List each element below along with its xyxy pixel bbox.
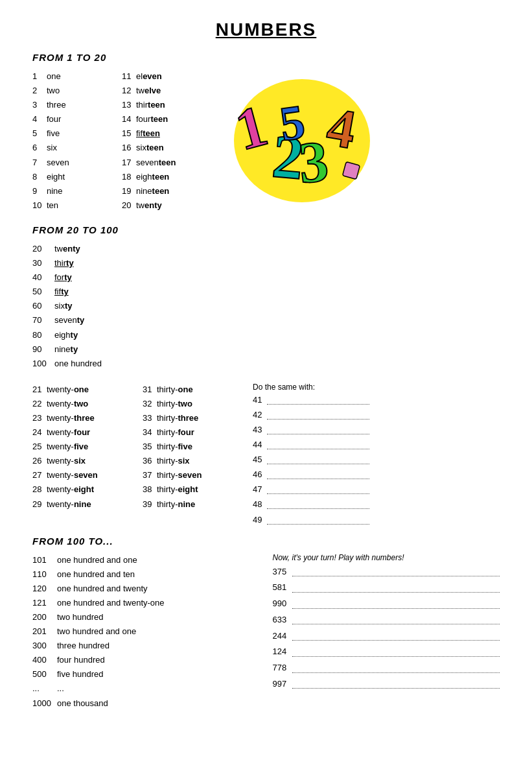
number-row: 4four — [32, 112, 98, 126]
number-row: 120one hundred and twenty — [32, 582, 260, 596]
number-row: 1one — [32, 69, 98, 84]
number-row: 2two — [32, 84, 98, 98]
play-section: Now, it's your turn! Play with numbers! … — [273, 553, 500, 711]
number-row: 27twenty-seven — [32, 468, 123, 482]
number-row: 9nine — [32, 184, 98, 198]
number-row: 35thirty-five — [143, 440, 233, 454]
number-row: 15fifteen — [122, 126, 188, 141]
number-row: 60sixty — [32, 299, 500, 313]
number-row: 36thirty-six — [143, 454, 233, 468]
number-row: 110one hundred and ten — [32, 567, 260, 582]
section1-heading: FROM 1 TO 20 — [32, 52, 500, 63]
section2-heading: FROM 20 TO 100 — [32, 224, 500, 235]
play-answer-row: 633 — [273, 613, 500, 628]
dotted-answer-row: 42 — [253, 408, 369, 422]
now-label: Now, it's your turn! Play with numbers! — [273, 553, 500, 562]
dotted-answer-row: 44 — [253, 438, 369, 452]
number-row: 20twenty — [122, 198, 188, 213]
number-row: 5five — [32, 126, 98, 141]
number-row: 6six — [32, 141, 98, 155]
number-row: 16sixteen — [122, 141, 188, 155]
page-title: NUMBERS — [32, 19, 500, 40]
number-row: 8eight — [32, 170, 98, 184]
play-answer-row: 990 — [273, 597, 500, 611]
play-answer-row: 244 — [273, 629, 500, 644]
number-row: 29twenty-nine — [32, 497, 123, 512]
do-same-label: Do the same with: — [253, 383, 369, 392]
svg-rect-6 — [343, 162, 360, 180]
number-row: 19nineteen — [122, 184, 188, 198]
dotted-answer-row: 45 — [253, 453, 369, 467]
number-row: 80eighty — [32, 328, 500, 342]
number-row: 201two hundred and one — [32, 624, 260, 639]
number-row: 1000one thousand — [32, 696, 260, 711]
play-answer-row: 581 — [273, 580, 500, 595]
number-row: 90ninety — [32, 342, 500, 357]
number-row: 14fourteen — [122, 112, 188, 126]
number-row: 11eleven — [122, 69, 188, 84]
number-row: 26twenty-six — [32, 454, 123, 468]
section-21-39: 21twenty-one22twenty-two23twenty-three24… — [32, 383, 500, 528]
dotted-answer-row: 43 — [253, 423, 369, 437]
number-row: 28twenty-eight — [32, 482, 123, 497]
number-row: 10ten — [32, 198, 98, 213]
dotted-answer-row: 41 — [253, 393, 369, 407]
number-row: 121one hundred and twenty-one — [32, 596, 260, 610]
number-row: 22twenty-two — [32, 397, 123, 411]
section-100-plus: FROM 100 TO... 101one hundred and one110… — [32, 536, 500, 711]
number-row: 32thirty-two — [143, 397, 233, 411]
number-row: 38thirty-eight — [143, 482, 233, 497]
number-row: 40forty — [32, 270, 500, 285]
number-row: 400four hundred — [32, 653, 260, 667]
number-row: 13thirteen — [122, 98, 188, 112]
number-row: 17seventeen — [122, 156, 188, 170]
number-row: 34thirty-four — [143, 425, 233, 440]
number-row: 21twenty-one — [32, 383, 123, 397]
number-row: 24twenty-four — [32, 425, 123, 440]
number-row: 101one hundred and one — [32, 553, 260, 567]
number-row: 70seventy — [32, 313, 500, 327]
number-row: 23twenty-three — [32, 411, 123, 425]
number-row: 37thirty-seven — [143, 468, 233, 482]
section-20-to-100: FROM 20 TO 100 20twenty30thirty40forty50… — [32, 224, 500, 371]
number-row: 7seven — [32, 156, 98, 170]
number-row: 30thirty — [32, 256, 500, 270]
play-answer-row: 778 — [273, 661, 500, 676]
section-1-to-20: FROM 1 TO 20 1one2two3three4four5five6si… — [32, 52, 500, 213]
number-row: 39thirty-nine — [143, 497, 233, 512]
number-row: 50fifty — [32, 285, 500, 299]
section4-heading: FROM 100 TO... — [32, 536, 500, 547]
dotted-answer-row: 46 — [253, 468, 369, 482]
number-row: 3three — [32, 98, 98, 112]
number-row: 18eighteen — [122, 170, 188, 184]
number-row: 12twelve — [122, 84, 188, 98]
number-row: 31thirty-one — [143, 383, 233, 397]
dotted-answer-row: 47 — [253, 482, 369, 497]
number-row: 33thirty-three — [143, 411, 233, 425]
play-answer-row: 124 — [273, 645, 500, 659]
number-row: 500five hundred — [32, 667, 260, 681]
number-row: ...... — [32, 681, 260, 696]
number-row: 200two hundred — [32, 610, 260, 624]
number-row: 25twenty-five — [32, 440, 123, 454]
play-answer-row: 375 — [273, 565, 500, 580]
dotted-answer-row: 49 — [253, 513, 369, 527]
number-row: 20twenty — [32, 242, 500, 256]
numbers-illustration: 1 2 3 4 5 — [224, 69, 373, 212]
number-row: 100one hundred — [32, 357, 500, 371]
do-same-with: Do the same with: 414243444546474849 — [253, 383, 369, 528]
number-row: 300three hundred — [32, 639, 260, 653]
play-answer-row: 997 — [273, 677, 500, 692]
dotted-answer-row: 48 — [253, 497, 369, 512]
